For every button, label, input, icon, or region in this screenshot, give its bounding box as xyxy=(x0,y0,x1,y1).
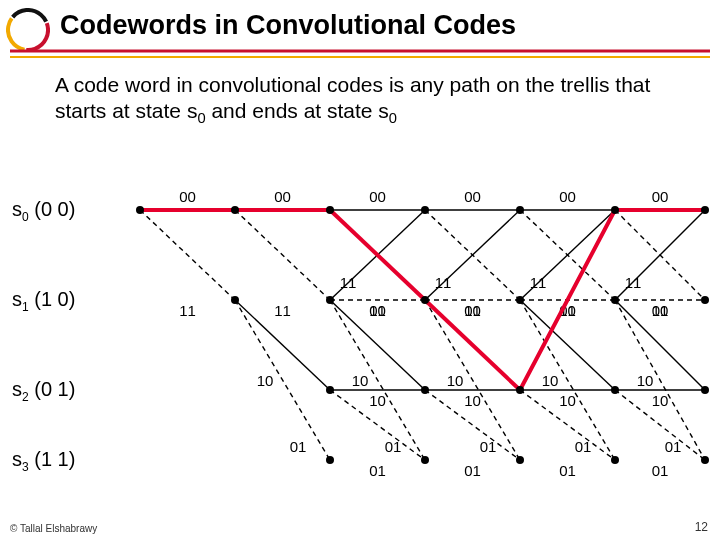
edge-weight: 00 xyxy=(652,302,669,319)
svg-point-17 xyxy=(701,296,709,304)
state-label: s1 (1 0) xyxy=(12,288,75,314)
edge-weight: 11 xyxy=(625,274,642,291)
svg-point-25 xyxy=(516,456,524,464)
svg-point-7 xyxy=(326,206,334,214)
svg-point-16 xyxy=(611,296,619,304)
trellis-edge xyxy=(520,300,615,460)
page-title: Codewords in Convolutional Codes xyxy=(60,10,516,41)
svg-point-21 xyxy=(611,386,619,394)
trellis-diagram: s0 (0 0)s1 (1 0)s2 (0 1)s3 (1 1)00000000… xyxy=(0,170,720,500)
edge-weight: 10 xyxy=(257,372,274,389)
edge-weight: 11 xyxy=(179,302,196,319)
edge-weight: 01 xyxy=(559,462,576,479)
svg-point-11 xyxy=(701,206,709,214)
edge-weight: 10 xyxy=(652,392,669,409)
edge-weight: 00 xyxy=(369,302,386,319)
edge-weight: 00 xyxy=(179,188,196,205)
trellis-edge xyxy=(140,210,235,300)
logo-icon xyxy=(6,8,50,52)
edge-weight: 11 xyxy=(340,274,357,291)
edge-weight: 11 xyxy=(274,302,291,319)
edge-weight: 10 xyxy=(559,392,576,409)
slide-description: A code word in convolutional codes is an… xyxy=(55,72,665,128)
svg-point-19 xyxy=(421,386,429,394)
svg-point-12 xyxy=(231,296,239,304)
edge-weight: 00 xyxy=(274,188,291,205)
svg-point-6 xyxy=(231,206,239,214)
edge-weight: 00 xyxy=(559,188,576,205)
edge-weight: 00 xyxy=(464,302,481,319)
edge-weight: 11 xyxy=(530,274,547,291)
edge-weight: 11 xyxy=(435,274,452,291)
edge-weight: 01 xyxy=(464,462,481,479)
trellis-edge xyxy=(615,300,705,460)
edge-weight: 01 xyxy=(290,438,307,455)
edge-weight: 01 xyxy=(369,462,386,479)
copyright: © Tallal Elshabrawy xyxy=(10,523,97,534)
state-label: s0 (0 0) xyxy=(12,198,75,224)
svg-point-24 xyxy=(421,456,429,464)
trellis-edge xyxy=(330,300,425,460)
svg-point-10 xyxy=(611,206,619,214)
edge-weight: 00 xyxy=(652,188,669,205)
svg-point-8 xyxy=(421,206,429,214)
edge-weight: 01 xyxy=(665,438,682,455)
edge-weight: 10 xyxy=(542,372,559,389)
edge-weight: 00 xyxy=(464,188,481,205)
edge-weight: 10 xyxy=(447,372,464,389)
svg-point-20 xyxy=(516,386,524,394)
svg-point-22 xyxy=(701,386,709,394)
edge-weight: 00 xyxy=(369,188,386,205)
svg-point-26 xyxy=(611,456,619,464)
svg-point-14 xyxy=(421,296,429,304)
edge-weight: 01 xyxy=(652,462,669,479)
title-rules xyxy=(10,48,710,62)
highlight-path-segment xyxy=(520,210,615,390)
edge-weight: 10 xyxy=(369,392,386,409)
page-number: 12 xyxy=(695,520,708,534)
state-label: s2 (0 1) xyxy=(12,378,75,404)
trellis-edge xyxy=(235,210,330,300)
svg-point-23 xyxy=(326,456,334,464)
svg-point-5 xyxy=(136,206,144,214)
edge-weight: 10 xyxy=(464,392,481,409)
svg-point-27 xyxy=(701,456,709,464)
trellis-edge xyxy=(425,300,520,460)
svg-point-18 xyxy=(326,386,334,394)
svg-point-9 xyxy=(516,206,524,214)
svg-point-13 xyxy=(326,296,334,304)
svg-point-15 xyxy=(516,296,524,304)
edge-weight: 10 xyxy=(637,372,654,389)
edge-weight: 10 xyxy=(352,372,369,389)
state-label: s3 (1 1) xyxy=(12,448,75,474)
trellis-edge xyxy=(235,300,330,460)
